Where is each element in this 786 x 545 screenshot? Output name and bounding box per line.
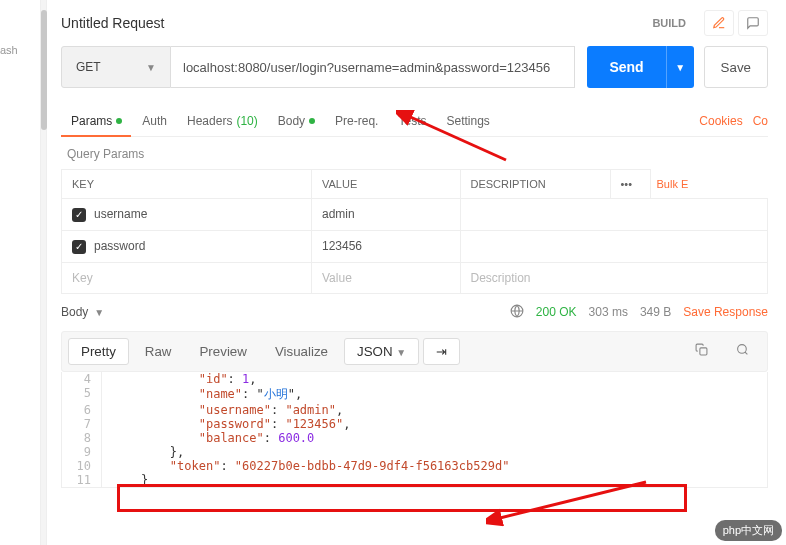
table-row-new[interactable]: Key Value Description [62,262,768,293]
headers-count: (10) [236,114,257,128]
request-tabs: Params Auth Headers (10) Body Pre-req. T… [61,106,768,137]
annotation-highlight-box [117,484,687,512]
send-more-button[interactable]: ▼ [666,46,694,88]
sidebar-fragment: ash [0,44,18,56]
wrap-icon[interactable]: ⇥ [423,338,460,365]
request-bar: GET ▼ Send ▼ Save [61,46,768,88]
svg-rect-1 [700,348,707,355]
view-pretty[interactable]: Pretty [68,338,129,365]
checkbox-checked-icon[interactable]: ✓ [72,208,86,222]
param-value[interactable]: admin [312,199,461,231]
cookies-link[interactable]: Cookies [699,114,742,128]
col-value: VALUE [312,170,461,199]
dot-icon [309,118,315,124]
format-label: JSON [357,344,393,359]
method-select[interactable]: GET ▼ [61,46,171,88]
param-desc-placeholder[interactable]: Description [460,262,768,293]
edit-icon[interactable] [704,10,734,36]
save-response-link[interactable]: Save Response [683,305,768,319]
response-size: 349 B [640,305,671,319]
tab-prereq[interactable]: Pre-req. [325,106,388,136]
search-icon[interactable] [724,338,761,364]
tab-headers-label: Headers [187,114,232,128]
globe-icon[interactable] [510,304,524,321]
param-key[interactable]: password [94,239,145,253]
table-row[interactable]: ✓username admin [62,199,768,231]
dot-icon [116,118,122,124]
status-code: 200 OK [536,305,577,319]
code-link[interactable]: Co [753,114,768,128]
tab-tests[interactable]: Tests [388,106,436,136]
tab-params-label: Params [71,114,112,128]
view-raw[interactable]: Raw [133,339,184,364]
view-visualize[interactable]: Visualize [263,339,340,364]
response-body-label: Body [61,305,88,319]
query-params-title: Query Params [61,137,768,169]
svg-point-2 [738,345,747,354]
send-button[interactable]: Send [587,46,665,88]
tab-body[interactable]: Body [268,106,325,136]
view-preview[interactable]: Preview [187,339,258,364]
copy-icon[interactable] [683,338,720,364]
param-value-placeholder[interactable]: Value [312,262,461,293]
param-desc[interactable] [460,199,768,231]
col-desc: DESCRIPTION [460,170,610,199]
tab-auth[interactable]: Auth [132,106,177,136]
scroll-thumb[interactable] [41,10,47,130]
build-label[interactable]: BUILD [652,17,686,29]
request-title: Untitled Request [61,15,652,31]
response-time: 303 ms [589,305,628,319]
bulk-edit-link[interactable]: Bulk E [657,178,689,190]
param-value[interactable]: 123456 [312,230,461,262]
param-key-placeholder[interactable]: Key [62,262,312,293]
comment-icon[interactable] [738,10,768,36]
checkbox-checked-icon[interactable]: ✓ [72,240,86,254]
params-table: KEY VALUE DESCRIPTION ••• Bulk E ✓userna… [61,169,768,294]
method-label: GET [76,60,146,74]
response-body-tab[interactable]: Body▼ [61,305,104,319]
format-select[interactable]: JSON ▼ [344,338,419,365]
chevron-down-icon: ▼ [94,307,104,318]
col-key: KEY [62,170,312,199]
url-input[interactable] [171,46,575,88]
param-key[interactable]: username [94,207,147,221]
tab-body-label: Body [278,114,305,128]
chevron-down-icon: ▼ [396,347,406,358]
tab-headers[interactable]: Headers (10) [177,106,268,136]
table-row[interactable]: ✓password 123456 [62,230,768,262]
more-options-icon[interactable]: ••• [610,170,650,199]
param-desc[interactable] [460,230,768,262]
response-header: Body▼ 200 OK 303 ms 349 B Save Response [61,294,768,331]
save-button[interactable]: Save [704,46,768,88]
response-body[interactable]: 4 "id": 1,5 "name": "小明",6 "username": "… [61,372,768,488]
watermark: php中文网 [715,520,782,541]
response-view-toolbar: Pretty Raw Preview Visualize JSON ▼ ⇥ [61,331,768,372]
tab-settings[interactable]: Settings [436,106,499,136]
chevron-down-icon: ▼ [146,62,156,73]
tab-params[interactable]: Params [61,106,132,136]
scroll-track[interactable] [41,0,47,545]
